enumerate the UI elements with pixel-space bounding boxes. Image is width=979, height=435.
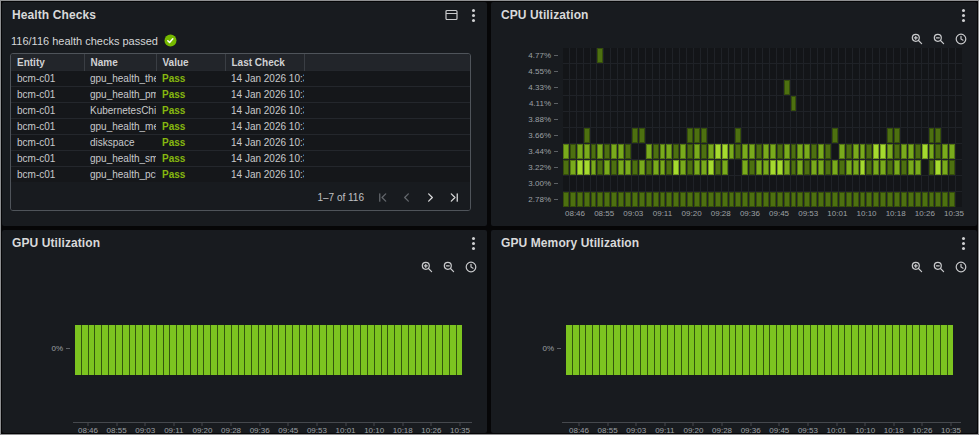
heatmap-cell[interactable]: [577, 192, 583, 207]
next-page-icon[interactable]: [425, 192, 436, 203]
heatmap-cell[interactable]: [825, 128, 831, 143]
heatmap-cell[interactable]: [618, 192, 624, 207]
heatmap-cell[interactable]: [894, 64, 900, 79]
heatmap-cell[interactable]: [791, 192, 797, 207]
time-range-icon[interactable]: [955, 33, 967, 45]
heatmap-cell[interactable]: [708, 80, 714, 95]
heatmap-cell[interactable]: [908, 64, 914, 79]
bar[interactable]: [770, 325, 776, 375]
heatmap-cell[interactable]: [956, 80, 962, 95]
heatmap-cell[interactable]: [818, 64, 824, 79]
heatmap-cell[interactable]: [763, 112, 769, 127]
bar[interactable]: [804, 325, 810, 375]
heatmap-cell[interactable]: [687, 80, 693, 95]
heatmap-cell[interactable]: [777, 80, 783, 95]
heatmap-cell[interactable]: [887, 192, 893, 207]
heatmap-cell[interactable]: [646, 112, 652, 127]
heatmap-cell[interactable]: [887, 64, 893, 79]
heatmap-cell[interactable]: [563, 80, 569, 95]
bar[interactable]: [313, 325, 319, 375]
bar[interactable]: [279, 325, 285, 375]
heatmap-cell[interactable]: [853, 96, 859, 111]
heatmap-cell[interactable]: [570, 160, 576, 175]
heatmap-cell[interactable]: [715, 96, 721, 111]
heatmap-cell[interactable]: [625, 176, 631, 191]
bar[interactable]: [368, 325, 374, 375]
heatmap-cell[interactable]: [632, 64, 638, 79]
heatmap-cell[interactable]: [880, 96, 886, 111]
heatmap-cell[interactable]: [922, 112, 928, 127]
kebab-menu-icon[interactable]: [960, 7, 967, 24]
heatmap-cell[interactable]: [811, 160, 817, 175]
heatmap-cell[interactable]: [673, 96, 679, 111]
heatmap-cell[interactable]: [811, 112, 817, 127]
heatmap-cell[interactable]: [929, 192, 935, 207]
heatmap-cell[interactable]: [756, 112, 762, 127]
heatmap-cell[interactable]: [715, 64, 721, 79]
heatmap-cell[interactable]: [756, 80, 762, 95]
heatmap-cell[interactable]: [908, 48, 914, 63]
heatmap-cell[interactable]: [722, 112, 728, 127]
heatmap-cell[interactable]: [811, 176, 817, 191]
heatmap-cell[interactable]: [956, 48, 962, 63]
heatmap-cell[interactable]: [942, 80, 948, 95]
heatmap-cell[interactable]: [873, 192, 879, 207]
heatmap-cell[interactable]: [894, 192, 900, 207]
bar[interactable]: [429, 325, 435, 375]
table-row[interactable]: bcm-c01gpu_health_sm:gpu0Pass14 Jan 2026…: [11, 151, 470, 167]
bar[interactable]: [845, 325, 851, 375]
heatmap-cell[interactable]: [735, 128, 741, 143]
heatmap-cell[interactable]: [660, 48, 666, 63]
heatmap-cell[interactable]: [770, 48, 776, 63]
bar[interactable]: [422, 325, 428, 375]
heatmap-cell[interactable]: [653, 112, 659, 127]
heatmap-cell[interactable]: [708, 112, 714, 127]
heatmap-cell[interactable]: [935, 128, 941, 143]
heatmap-cell[interactable]: [729, 80, 735, 95]
heatmap-cell[interactable]: [646, 192, 652, 207]
heatmap-cell[interactable]: [860, 64, 866, 79]
heatmap-cell[interactable]: [866, 176, 872, 191]
heatmap-cell[interactable]: [901, 48, 907, 63]
heatmap-cell[interactable]: [591, 144, 597, 159]
bar[interactable]: [225, 325, 231, 375]
heatmap-cell[interactable]: [646, 48, 652, 63]
heatmap-cell[interactable]: [860, 192, 866, 207]
heatmap-cell[interactable]: [935, 48, 941, 63]
heatmap-cell[interactable]: [673, 144, 679, 159]
heatmap-cell[interactable]: [584, 176, 590, 191]
heatmap-cell[interactable]: [915, 48, 921, 63]
heatmap-cell[interactable]: [797, 64, 803, 79]
heatmap-cell[interactable]: [770, 80, 776, 95]
bar[interactable]: [136, 325, 142, 375]
heatmap-cell[interactable]: [763, 128, 769, 143]
kebab-menu-icon[interactable]: [470, 235, 477, 252]
heatmap-cell[interactable]: [770, 192, 776, 207]
bar[interactable]: [341, 325, 347, 375]
heatmap-cell[interactable]: [660, 64, 666, 79]
heatmap-cell[interactable]: [818, 112, 824, 127]
heatmap-cell[interactable]: [942, 160, 948, 175]
bar[interactable]: [170, 325, 176, 375]
col-value[interactable]: Value: [156, 54, 225, 71]
heatmap-cell[interactable]: [846, 176, 852, 191]
heatmap-cell[interactable]: [722, 96, 728, 111]
bar[interactable]: [920, 325, 926, 375]
heatmap-cell[interactable]: [742, 144, 748, 159]
heatmap-cell[interactable]: [680, 80, 686, 95]
heatmap-cell[interactable]: [597, 160, 603, 175]
heatmap-cell[interactable]: [825, 192, 831, 207]
heatmap-cell[interactable]: [929, 48, 935, 63]
heatmap-cell[interactable]: [735, 144, 741, 159]
heatmap-cell[interactable]: [639, 192, 645, 207]
bar[interactable]: [600, 325, 606, 375]
heatmap-cell[interactable]: [694, 192, 700, 207]
heatmap-cell[interactable]: [660, 160, 666, 175]
heatmap-cell[interactable]: [756, 176, 762, 191]
heatmap-cell[interactable]: [846, 128, 852, 143]
heatmap-cell[interactable]: [653, 96, 659, 111]
heatmap-cell[interactable]: [604, 144, 610, 159]
heatmap-cell[interactable]: [625, 64, 631, 79]
heatmap-cell[interactable]: [653, 160, 659, 175]
heatmap-cell[interactable]: [915, 192, 921, 207]
